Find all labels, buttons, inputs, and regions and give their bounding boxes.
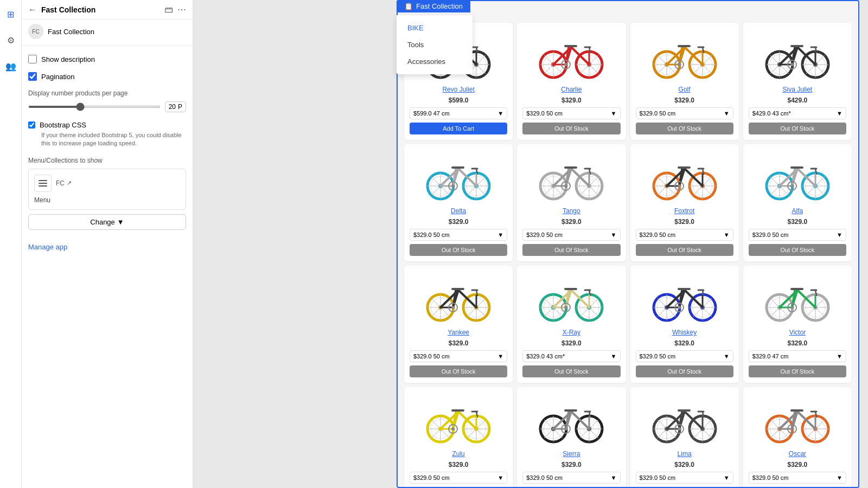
product-name[interactable]: Sierra	[563, 450, 580, 458]
product-name[interactable]: Victor	[789, 329, 806, 336]
product-name[interactable]: Tango	[563, 207, 580, 215]
product-name[interactable]: Delta	[451, 207, 466, 215]
product-variant-selector[interactable]: $329.0 47 cm▼	[749, 350, 846, 362]
add-to-cart-button[interactable]: Add To Cart	[410, 123, 507, 134]
manage-app-link[interactable]: Manage app	[28, 243, 186, 251]
product-variant-selector[interactable]: $329.0 50 cm▼	[522, 472, 620, 484]
product-card: Sierra$329.0$329.0 50 cm▼Out Of Stock	[517, 387, 626, 488]
product-variant-selector[interactable]: $599.0 47 cm▼	[410, 107, 507, 119]
product-variant-selector[interactable]: $329.0 50 cm▼	[749, 472, 846, 484]
products-per-page-slider[interactable]	[28, 106, 161, 108]
svg-rect-249	[564, 288, 577, 290]
svg-line-323	[453, 412, 456, 429]
product-card: Foxtrot$329.0$329.0 50 cm▼Out Of Stock	[630, 144, 739, 261]
svg-line-48	[566, 47, 569, 65]
product-name[interactable]: Golf	[679, 86, 691, 93]
apps-icon[interactable]: ⊞	[3, 7, 18, 22]
back-button[interactable]: ←	[28, 5, 37, 15]
svg-line-223	[453, 290, 456, 307]
slider-value-box: 20 P	[165, 101, 186, 112]
product-name[interactable]: Zulu	[452, 450, 464, 458]
product-image	[522, 28, 620, 82]
svg-line-98	[792, 47, 795, 65]
collection-dropdown-tab[interactable]: 📋 Fast Collection	[397, 0, 470, 12]
people-icon[interactable]: 👥	[3, 59, 18, 74]
dropdown-item-accessories[interactable]: Accessories	[397, 53, 473, 70]
svg-rect-174	[678, 166, 691, 169]
out-of-stock-button: Out Of Stock	[410, 244, 507, 256]
menu-icon	[34, 175, 52, 192]
product-name[interactable]: Revo Juliet	[442, 86, 474, 93]
svg-line-398	[792, 412, 795, 429]
chevron-down-icon: ▼	[724, 353, 730, 359]
product-variant-selector[interactable]: $329.0 50 cm▼	[410, 229, 507, 241]
product-variant-selector[interactable]: $329.0 50 cm▼	[636, 350, 733, 362]
product-card: Yankee$329.0$329.0 50 cm▼Out Of Stock	[404, 266, 513, 383]
product-variant-selector[interactable]: $329.0 50 cm▼	[636, 229, 733, 241]
product-name[interactable]: Siva Juliet	[783, 86, 813, 93]
product-variant-selector[interactable]: $329.0 43 cm*▼	[522, 350, 620, 362]
product-image	[636, 393, 733, 447]
svg-line-195	[797, 169, 815, 186]
out-of-stock-button: Out Of Stock	[749, 244, 846, 256]
dropdown-item-bike[interactable]: BIKE	[397, 20, 473, 36]
product-price: $329.0	[674, 97, 694, 104]
product-name[interactable]: Charlie	[561, 86, 582, 93]
product-variant-selector[interactable]: $329.0 50 cm▼	[410, 350, 507, 362]
product-name[interactable]: Lima	[678, 450, 692, 458]
product-name[interactable]: X-Ray	[563, 329, 580, 336]
product-name[interactable]: Whiskey	[672, 329, 697, 336]
product-card: Golf$329.0$329.0 50 cm▼Out Of Stock	[630, 23, 739, 140]
product-name[interactable]: Alfa	[792, 207, 803, 215]
product-price: $329.0	[674, 461, 694, 468]
svg-line-148	[566, 169, 569, 186]
product-variant-selector[interactable]: $429.0 43 cm*▼	[749, 107, 846, 119]
pagination-checkbox[interactable]	[28, 72, 37, 81]
chevron-down-icon: ▼	[611, 232, 617, 238]
show-description-label[interactable]: Show description	[28, 55, 95, 63]
svg-line-70	[685, 47, 703, 65]
product-price: $329.0	[561, 339, 582, 347]
menu-collections-label: Menu/Collections to show	[28, 157, 186, 164]
svg-point-354	[564, 427, 567, 431]
svg-point-79	[678, 63, 681, 66]
product-variant-selector[interactable]: $329.0 50 cm▼	[522, 107, 620, 119]
svg-rect-374	[678, 409, 691, 412]
product-name[interactable]: Foxtrot	[674, 207, 694, 215]
product-name[interactable]: Yankee	[448, 329, 469, 336]
product-variant-selector[interactable]: $329.0 50 cm▼	[410, 472, 507, 484]
product-variant-selector[interactable]: $329.0 50 cm▼	[636, 472, 733, 484]
product-image	[636, 271, 733, 325]
product-variant-selector[interactable]: $329.0 50 cm▼	[636, 107, 733, 119]
product-variant-selector[interactable]: $329.0 50 cm▼	[522, 229, 620, 241]
svg-point-54	[564, 63, 567, 66]
out-of-stock-button: Out Of Stock	[410, 365, 507, 377]
change-button[interactable]: Change ▼	[28, 214, 186, 230]
product-name[interactable]: Oscar	[789, 450, 806, 458]
svg-rect-299	[790, 288, 803, 290]
product-card: Delta$329.0$329.0 50 cm▼Out Of Stock	[404, 144, 513, 261]
svg-line-173	[679, 169, 682, 186]
product-price: $329.0	[788, 339, 808, 347]
product-image	[410, 271, 507, 325]
svg-line-73	[679, 47, 682, 65]
svg-line-95	[797, 47, 815, 65]
out-of-stock-button: Out Of Stock	[522, 123, 620, 134]
svg-line-220	[458, 290, 476, 307]
pagination-label[interactable]: Pagination	[28, 72, 74, 81]
show-description-checkbox[interactable]	[28, 55, 37, 63]
product-price: $329.0	[788, 461, 808, 468]
gear-icon[interactable]: ⚙	[3, 33, 18, 48]
svg-line-248	[566, 290, 569, 307]
product-image	[522, 150, 620, 204]
dropdown-item-tools[interactable]: Tools	[397, 36, 473, 53]
product-price: $329.0	[449, 218, 469, 226]
bootstrap-checkbox[interactable]	[28, 121, 35, 129]
database-icon[interactable]: 🗃	[164, 5, 173, 15]
product-variant-selector[interactable]: $329.0 50 cm▼	[749, 229, 846, 241]
product-card: Lima$329.0$329.0 50 cm▼Out Of Stock	[630, 387, 739, 488]
more-options-icon[interactable]: ⋯	[177, 4, 186, 15]
chevron-down-icon: ▼	[497, 232, 503, 238]
menu-fc-text: FC	[56, 179, 65, 187]
slider-value: 20	[169, 103, 176, 111]
